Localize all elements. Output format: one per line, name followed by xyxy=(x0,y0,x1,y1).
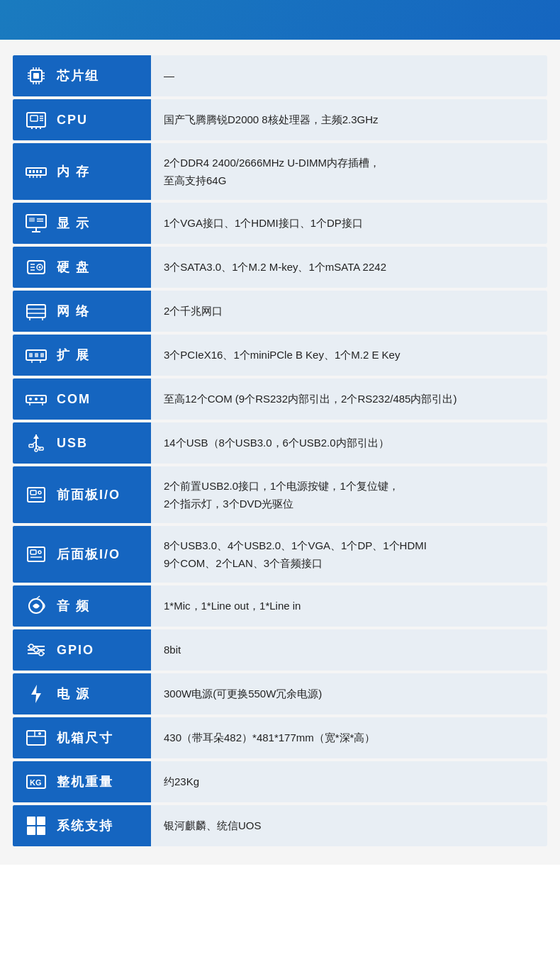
spec-label-text-ram: 内 存 xyxy=(57,163,90,180)
spec-row-front-io: 前面板I/O2个前置USB2.0接口，1个电源按键，1个复位键， 2个指示灯，3… xyxy=(13,466,547,523)
svg-rect-90 xyxy=(27,817,35,825)
chip-icon xyxy=(23,62,50,89)
spec-label-os: 系统支持 xyxy=(13,805,151,846)
svg-rect-64 xyxy=(29,444,33,447)
svg-point-81 xyxy=(34,648,38,652)
audio-icon xyxy=(23,593,50,619)
svg-point-55 xyxy=(29,398,32,400)
spec-row-usb: USB14个USB（8个USB3.0，6个USB2.0内部引出） xyxy=(13,422,547,464)
header xyxy=(0,0,560,40)
spec-row-audio: 音 频1*Mic，1*Line out，1*Line in xyxy=(13,585,547,627)
svg-rect-50 xyxy=(35,353,38,357)
spec-label-text-case-size: 机箱尺寸 xyxy=(57,729,113,746)
spec-label-display: 显 示 xyxy=(13,203,151,244)
spec-label-text-weight: 整机重量 xyxy=(57,773,113,790)
svg-point-69 xyxy=(38,491,41,494)
hdd-icon xyxy=(23,254,50,281)
spec-label-gpio: GPIO xyxy=(13,629,151,671)
spec-value-front-io: 2个前置USB2.0接口，1个电源按键，1个复位键， 2个指示灯，3个DVD光驱… xyxy=(151,466,547,523)
spec-value-network: 2个千兆网口 xyxy=(151,291,547,332)
spec-label-hdd: 硬 盘 xyxy=(13,247,151,288)
svg-rect-34 xyxy=(29,218,35,222)
spec-label-text-audio: 音 频 xyxy=(57,598,90,615)
spec-label-power: 电 源 xyxy=(13,673,151,714)
svg-rect-93 xyxy=(37,826,45,835)
cpu-icon xyxy=(23,106,50,133)
spec-label-audio: 音 频 xyxy=(13,585,151,627)
svg-point-57 xyxy=(40,398,43,400)
spec-label-text-power: 电 源 xyxy=(57,685,90,702)
front-icon xyxy=(23,481,50,508)
spec-label-com: COM xyxy=(13,378,151,420)
spec-label-cpu: CPU xyxy=(13,99,151,140)
os-icon xyxy=(23,812,50,839)
svg-rect-23 xyxy=(29,170,31,173)
spec-row-case-size: 机箱尺寸430（带耳朵482）*481*177mm（宽*深*高） xyxy=(13,717,547,758)
spec-row-network: 网 络2个千兆网口 xyxy=(13,291,547,332)
spec-value-chipset: — xyxy=(151,55,547,96)
spec-row-display: 显 示1个VGA接口、1个HDMI接口、1个DP接口 xyxy=(13,203,547,244)
spec-value-case-size: 430（带耳朵482）*481*177mm（宽*深*高） xyxy=(151,717,547,758)
svg-rect-49 xyxy=(29,353,33,357)
svg-rect-84 xyxy=(27,731,45,745)
svg-point-56 xyxy=(35,398,38,400)
spec-label-case-size: 机箱尺寸 xyxy=(13,717,151,758)
spec-row-hdd: 硬 盘3个SATA3.0、1个M.2 M-key、1个mSATA 2242 xyxy=(13,247,547,288)
spec-value-audio: 1*Mic，1*Line out，1*Line in xyxy=(151,585,547,627)
svg-point-73 xyxy=(38,551,41,554)
spec-row-weight: KG 整机重量约23Kg xyxy=(13,761,547,802)
weight-icon: KG xyxy=(23,768,50,795)
spec-row-ram: 内 存2个DDR4 2400/2666MHz U-DIMM内存插槽， 至高支持6… xyxy=(13,143,547,200)
power-icon xyxy=(23,680,50,707)
spec-value-hdd: 3个SATA3.0、1个M.2 M-key、1个mSATA 2242 xyxy=(151,247,547,288)
case-icon xyxy=(23,724,50,751)
spec-row-expand: 扩 展3个PCIeX16、1个miniPCle B Key、1个M.2 E Ke… xyxy=(13,335,547,376)
spec-label-text-display: 显 示 xyxy=(57,215,90,232)
svg-rect-1 xyxy=(33,73,39,79)
spec-value-weight: 约23Kg xyxy=(151,761,547,802)
svg-point-87 xyxy=(38,732,41,735)
svg-rect-68 xyxy=(30,490,36,495)
usb-icon xyxy=(23,430,50,456)
expand-icon xyxy=(23,342,50,369)
spec-label-rear-io: 后面板I/O xyxy=(13,526,151,583)
spec-label-network: 网 络 xyxy=(13,291,151,332)
svg-rect-14 xyxy=(27,113,45,127)
svg-rect-26 xyxy=(40,170,42,173)
svg-point-66 xyxy=(35,449,38,452)
spec-label-text-front-io: 前面板I/O xyxy=(57,486,121,503)
spec-label-text-expand: 扩 展 xyxy=(57,347,90,364)
spec-value-com: 至高12个COM (9个RS232内部引出，2个RS232/485内部引出) xyxy=(151,378,547,420)
svg-rect-24 xyxy=(33,170,35,173)
spec-label-ram: 内 存 xyxy=(13,143,151,200)
spec-label-text-gpio: GPIO xyxy=(57,643,94,658)
spec-label-text-network: 网 络 xyxy=(57,303,90,320)
svg-text:KG: KG xyxy=(30,778,42,787)
svg-point-82 xyxy=(39,651,43,656)
network-icon xyxy=(23,298,50,325)
spec-label-text-cpu: CPU xyxy=(57,113,88,128)
spec-label-text-usb: USB xyxy=(57,436,88,451)
spec-value-expand: 3个PCIeX16、1个miniPCle B Key、1个M.2 E Key xyxy=(151,335,547,376)
com-icon xyxy=(23,386,50,413)
specs-container: 芯片组— CPU国产飞腾腾锐D2000 8核处理器，主频2.3GHz 内 存2个… xyxy=(0,40,560,865)
spec-label-chipset: 芯片组 xyxy=(13,55,151,96)
spec-value-usb: 14个USB（8个USB3.0，6个USB2.0内部引出） xyxy=(151,422,547,464)
spec-value-rear-io: 8个USB3.0、4个USB2.0、1个VGA、1个DP、1个HDMI 9个CO… xyxy=(151,526,547,583)
spec-label-text-com: COM xyxy=(57,392,91,407)
display-icon xyxy=(23,210,50,237)
svg-rect-92 xyxy=(27,826,35,835)
spec-label-text-chipset: 芯片组 xyxy=(57,67,99,84)
spec-label-usb: USB xyxy=(13,422,151,464)
spec-row-os: 系统支持银河麒麟、统信UOS xyxy=(13,805,547,846)
rear-icon xyxy=(23,541,50,568)
spec-row-rear-io: 后面板I/O8个USB3.0、4个USB2.0、1个VGA、1个DP、1个HDM… xyxy=(13,526,547,583)
spec-value-os: 银河麒麟、统信UOS xyxy=(151,805,547,846)
svg-rect-51 xyxy=(40,353,44,357)
svg-point-39 xyxy=(39,267,41,269)
spec-row-gpio: GPIO8bit xyxy=(13,629,547,671)
spec-row-com: COM至高12个COM (9个RS232内部引出，2个RS232/485内部引出… xyxy=(13,378,547,420)
spec-label-text-rear-io: 后面板I/O xyxy=(57,546,121,563)
gpio-icon xyxy=(23,636,50,663)
svg-rect-43 xyxy=(27,305,45,318)
